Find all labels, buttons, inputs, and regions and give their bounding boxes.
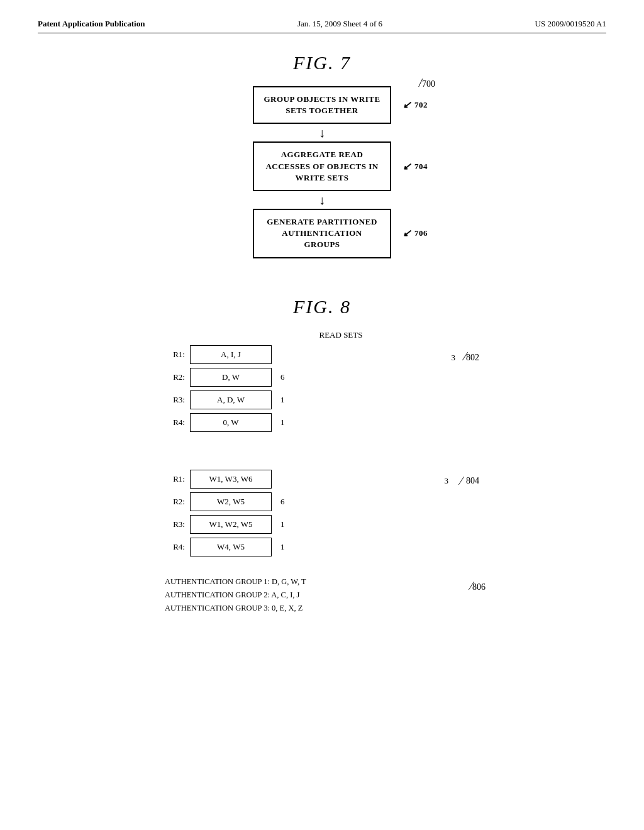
header-date-sheet: Jan. 15, 2009 Sheet 4 of 6 (297, 19, 382, 29)
row-value: A, I, J (190, 345, 272, 364)
row-label: R3: (165, 519, 190, 529)
read-sets-label: READ SETS (203, 330, 479, 340)
flow-box-704: AGGREGATE READ ACCESSES OF OBJECTS IN WR… (253, 141, 391, 191)
row-count: 1 (280, 519, 293, 529)
row-count: 6 (280, 497, 293, 507)
header-publication: Patent Application Publication (38, 19, 145, 29)
flow-step-702: GROUP OBJECTS IN WRITE SETS TOGETHER ↙ 7… (203, 86, 441, 139)
fig8-title: FIG. 8 (38, 296, 606, 318)
flow-label-702: ↙ 702 (402, 98, 428, 112)
table-row: R4: 0, W 1 (165, 413, 479, 432)
table-row: R4: W4, W5 1 (165, 538, 479, 556)
row-label: R4: (165, 418, 190, 428)
row-label: R4: (165, 542, 190, 552)
row-count: 1 (280, 542, 293, 552)
flow-box-706: GENERATE PARTITIONED AUTHENTICATION GROU… (253, 209, 391, 258)
row-label: R1: (165, 474, 190, 484)
row-value: 0, W (190, 413, 272, 432)
row-label: R3: (165, 395, 190, 405)
ref-806: ∕806 (470, 577, 486, 596)
table-row: R3: W1, W2, W5 1 (165, 515, 479, 534)
auth-group-line-3: AUTHENTICATION GROUP 3: 0, E, X, Z (165, 602, 479, 615)
flow-box-702: GROUP OBJECTS IN WRITE SETS TOGETHER ↙ 7… (253, 86, 391, 124)
row-count: 1 (280, 395, 293, 405)
fig7-flowchart: /700 GROUP OBJECTS IN WRITE SETS TOGETHE… (203, 86, 441, 258)
page-header: Patent Application Publication Jan. 15, … (38, 19, 606, 33)
row-value: W2, W5 (190, 492, 272, 511)
row-label: R1: (165, 350, 190, 360)
row-value: A, D, W (190, 390, 272, 409)
arrow-down-2: ↓ (203, 194, 441, 206)
row-count: 6 (280, 372, 293, 382)
row-label: R2: (165, 372, 190, 382)
read-set-group-802: 3 ∕802 R1: A, I, J R2: D, W 6 R3: A, D, … (165, 345, 479, 432)
ref-802: 3 ∕802 (451, 350, 479, 363)
arrow-down-1: ↓ (203, 126, 441, 139)
flow-label-706: ↙ 706 (402, 226, 428, 240)
row-label: R2: (165, 497, 190, 507)
fig7-title: FIG. 7 (38, 52, 606, 74)
table-row: R1: W1, W3, W6 (165, 470, 479, 489)
ref-804: 3 ∕804 (444, 475, 479, 488)
auth-group-line-1: AUTHENTICATION GROUP 1: D, G, W, T (165, 575, 479, 589)
flow-label-704: ↙ 704 (402, 159, 428, 173)
table-row: R1: A, I, J (165, 345, 479, 364)
read-set-group-804: 3 ∕804 R1: W1, W3, W6 R2: W2, W5 6 R3: W… (165, 470, 479, 556)
page: Patent Application Publication Jan. 15, … (0, 0, 644, 830)
row-value: W1, W3, W6 (190, 470, 272, 489)
flow-step-704: AGGREGATE READ ACCESSES OF OBJECTS IN WR… (203, 141, 441, 206)
auth-groups: ∕806 AUTHENTICATION GROUP 1: D, G, W, T … (165, 575, 479, 616)
table-row: R2: D, W 6 (165, 368, 479, 387)
table-row: R3: A, D, W 1 (165, 390, 479, 409)
auth-group-line-2: AUTHENTICATION GROUP 2: A, C, I, J (165, 589, 479, 602)
flow-step-706: GENERATE PARTITIONED AUTHENTICATION GROU… (203, 209, 441, 258)
row-value: W1, W2, W5 (190, 515, 272, 534)
table-row: R2: W2, W5 6 (165, 492, 479, 511)
row-value: W4, W5 (190, 538, 272, 556)
header-patent-number: US 2009/0019520 A1 (535, 19, 606, 29)
row-value: D, W (190, 368, 272, 387)
row-count: 1 (280, 418, 293, 428)
fig8-content: READ SETS 3 ∕802 R1: A, I, J R2: D, W 6 … (165, 330, 479, 616)
